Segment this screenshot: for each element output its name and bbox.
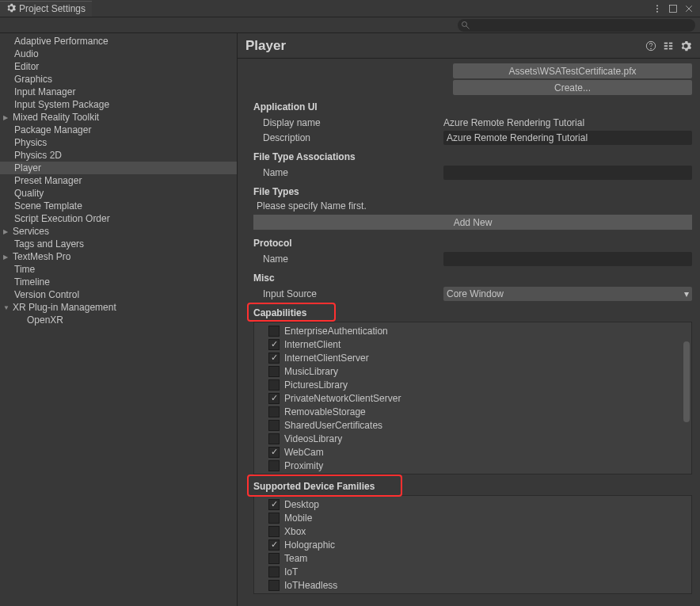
fta-name-label: Name	[253, 167, 443, 178]
close-icon[interactable]	[683, 2, 695, 15]
svg-rect-10	[664, 42, 668, 44]
sidebar-item-label: Audio	[14, 48, 39, 59]
expand-right-icon: ▶	[3, 114, 13, 121]
sidebar-item-label: Mixed Reality Toolkit	[13, 112, 99, 123]
device-family-row: Mobile	[254, 511, 691, 524]
checkbox[interactable]	[268, 420, 280, 431]
menu-icon[interactable]	[651, 2, 664, 15]
cert-path-button[interactable]: Assets\WSATestCertificate.pfx	[453, 63, 692, 78]
scrollbar[interactable]	[682, 322, 691, 474]
sidebar-item-label: Physics	[14, 137, 47, 148]
device-family-label: Mobile	[284, 513, 312, 524]
capability-row: VideosLibrary	[254, 432, 691, 445]
device-family-label: Team	[284, 553, 307, 564]
sidebar-item-physics-2d[interactable]: Physics 2D	[0, 149, 237, 162]
sidebar-item-script-execution-order[interactable]: Script Execution Order	[0, 212, 237, 225]
sidebar-item-services[interactable]: ▶Services	[0, 225, 237, 238]
checkbox[interactable]	[268, 499, 280, 510]
checkbox[interactable]	[268, 566, 280, 577]
help-icon[interactable]	[645, 40, 657, 52]
device-family-label: Xbox	[284, 526, 306, 537]
sidebar-item-input-system-package[interactable]: Input System Package	[0, 98, 237, 111]
capability-row: MusicLibrary	[254, 364, 691, 378]
sidebar-item-label: OpenXR	[27, 314, 63, 326]
device-family-row: IoT	[254, 565, 691, 578]
maximize-icon[interactable]	[667, 2, 679, 15]
sidebar-item-timeline[interactable]: Timeline	[0, 276, 237, 288]
expand-right-icon: ▶	[3, 228, 13, 235]
file-type-assoc-section: File Type Associations	[253, 151, 692, 162]
sidebar-item-package-manager[interactable]: Package Manager	[0, 124, 237, 136]
window-tab[interactable]: Project Settings	[0, 1, 92, 17]
sidebar-item-time[interactable]: Time	[0, 263, 237, 276]
checkbox[interactable]	[268, 513, 280, 524]
capability-row: EnterpriseAuthentication	[254, 324, 691, 337]
checkbox[interactable]	[268, 526, 280, 537]
description-label: Description	[253, 132, 443, 143]
checkbox[interactable]	[268, 553, 280, 564]
capability-row: InternetClientServer	[254, 351, 691, 364]
capability-row: InternetClient	[254, 337, 691, 351]
search-input[interactable]	[458, 19, 695, 32]
sidebar-item-label: TextMesh Pro	[13, 251, 70, 262]
svg-rect-15	[669, 48, 672, 49]
sidebar-item-audio[interactable]: Audio	[0, 48, 237, 60]
sidebar-item-label: Graphics	[14, 74, 52, 85]
capability-row: Proximity	[254, 459, 691, 472]
capability-row: PrivateNetworkClientServer	[254, 391, 691, 405]
capability-label: VideosLibrary	[284, 433, 342, 444]
sidebar-item-graphics[interactable]: Graphics	[0, 73, 237, 86]
sidebar-item-physics[interactable]: Physics	[0, 136, 237, 149]
sidebar-item-label: Package Manager	[14, 124, 91, 135]
sidebar-item-scene-template[interactable]: Scene Template	[0, 200, 237, 212]
sidebar-item-mixed-reality-toolkit[interactable]: ▶Mixed Reality Toolkit	[0, 111, 237, 124]
settings-gear-icon[interactable]	[679, 40, 692, 52]
sidebar-item-input-manager[interactable]: Input Manager	[0, 86, 237, 98]
checkbox[interactable]	[268, 353, 280, 364]
checkbox[interactable]	[268, 580, 280, 591]
create-button[interactable]: Create...	[453, 80, 692, 95]
checkbox[interactable]	[268, 366, 280, 377]
capability-row: WebCam	[254, 445, 691, 459]
device-family-row: IoTHeadless	[254, 578, 691, 592]
capability-label: MusicLibrary	[284, 366, 338, 377]
checkbox[interactable]	[268, 326, 280, 337]
checkbox[interactable]	[268, 393, 280, 404]
description-input[interactable]	[443, 131, 692, 145]
checkbox[interactable]	[268, 406, 280, 417]
input-source-dropdown[interactable]: Core Window ▾	[443, 287, 692, 301]
checkbox[interactable]	[268, 339, 280, 350]
checkbox[interactable]	[268, 539, 280, 551]
sidebar-item-textmesh-pro[interactable]: ▶TextMesh Pro	[0, 250, 237, 263]
sidebar-item-player[interactable]: Player	[0, 162, 237, 174]
sidebar-item-tags-and-layers[interactable]: Tags and Layers	[0, 238, 237, 250]
checkbox[interactable]	[268, 433, 280, 444]
content-panel: Player Assets\WSATestCertificate.pfx Cre…	[238, 33, 700, 606]
expand-right-icon: ▶	[3, 253, 13, 261]
sidebar-item-label: Time	[14, 264, 35, 275]
presets-icon[interactable]	[662, 40, 675, 52]
svg-rect-14	[664, 48, 668, 49]
sidebar-item-xr-plug-in-management[interactable]: ▼XR Plug-in Management	[0, 301, 237, 314]
svg-rect-11	[669, 42, 672, 44]
sidebar-item-openxr[interactable]: OpenXR	[0, 314, 237, 326]
sidebar-item-editor[interactable]: Editor	[0, 60, 237, 73]
checkbox[interactable]	[268, 379, 280, 391]
capability-label: PicturesLibrary	[284, 379, 348, 391]
sidebar-item-adaptive-performance[interactable]: Adaptive Performance	[0, 35, 237, 48]
capability-row: RemovableStorage	[254, 405, 691, 418]
window-title: Project Settings	[19, 3, 86, 14]
sidebar-item-quality[interactable]: Quality	[0, 187, 237, 200]
capability-label: RemovableStorage	[284, 406, 366, 417]
checkbox[interactable]	[268, 460, 280, 471]
sidebar-item-version-control[interactable]: Version Control	[0, 288, 237, 301]
sidebar-item-label: Editor	[14, 61, 39, 72]
sidebar-item-preset-manager[interactable]: Preset Manager	[0, 174, 237, 187]
checkbox[interactable]	[268, 447, 280, 458]
protocol-name-input[interactable]	[443, 252, 692, 266]
fta-name-input[interactable]	[443, 166, 692, 180]
input-source-label: Input Source	[253, 288, 443, 299]
device-family-row: Team	[254, 551, 691, 565]
add-new-button[interactable]: Add New	[253, 215, 692, 230]
application-ui-section: Application UI	[253, 101, 692, 112]
